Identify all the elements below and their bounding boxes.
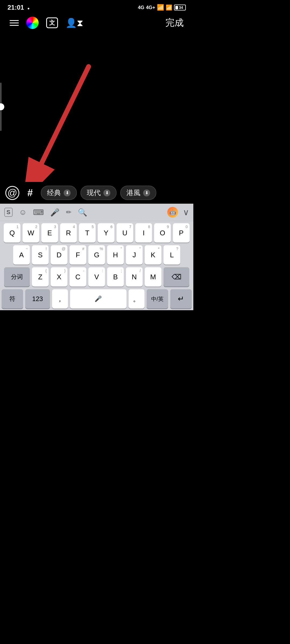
backspace-button[interactable]: ⌫ (164, 267, 189, 287)
key-period[interactable]: 。 (129, 289, 144, 309)
lang-switch-button[interactable]: 中/英 (147, 289, 168, 309)
key-k[interactable]: *K (145, 245, 161, 265)
key-h[interactable]: "H (107, 245, 124, 265)
tag-pill-modern[interactable]: 现代 ⬇ (81, 186, 117, 200)
keyboard-area: S ☺ ⌨ 🎤 ✏ 🔍 🤖 ∨ 1Q 2W 3E 4R 5T 6Y 7U 8I … (0, 204, 193, 310)
toolbar-left-icons: 文 👤️⧗ (10, 17, 83, 29)
key-row-1: 1Q 2W 3E 4R 5T 6Y 7U 8I 9O 0P (2, 223, 192, 243)
key-row-4: 符 123 ， 🎤 。 中/英 ↵ (2, 289, 192, 309)
dot-indicator: ● (27, 6, 30, 10)
keyboard-toolbar-icons: S ☺ ⌨ 🎤 ✏ 🔍 (4, 208, 87, 217)
menu-icon[interactable] (10, 20, 19, 26)
slider-thumb[interactable] (0, 103, 4, 110)
tag-label-classic: 经典 (47, 188, 61, 197)
battery-level: 34 (179, 5, 183, 10)
mic-icon[interactable]: 🎤 (50, 208, 60, 217)
tag-pill-classic[interactable]: 经典 ⬇ (41, 186, 77, 200)
keyboard-dismiss-icon[interactable]: ∨ (183, 207, 189, 217)
pen-icon[interactable]: ✏ (66, 208, 71, 216)
key-i[interactable]: 8I (135, 223, 152, 243)
text-style-icon[interactable]: 文 (46, 17, 58, 28)
emoji-icon[interactable]: ☺ (19, 208, 27, 217)
wifi-icon2: 📶 (166, 4, 172, 11)
space-key[interactable]: 🎤 (70, 289, 126, 309)
svg-line-0 (42, 67, 89, 163)
key-g[interactable]: %G (88, 245, 105, 265)
download-gangfeng-icon[interactable]: ⬇ (143, 189, 150, 196)
key-x[interactable]: )X (51, 267, 67, 287)
time-display: 21:01 (8, 4, 24, 11)
sogou-icon[interactable]: S (4, 208, 13, 217)
key-c[interactable]: -C (70, 267, 86, 287)
key-comma[interactable]: ， (52, 289, 68, 309)
key-f[interactable]: #F (70, 245, 86, 265)
key-b[interactable]: ;B (107, 267, 124, 287)
key-rows: 1Q 2W 3E 4R 5T 6Y 7U 8I 9O 0P ~A !S @D #… (0, 221, 193, 310)
key-m[interactable]: M (145, 267, 161, 287)
key-w[interactable]: 2W (23, 223, 39, 243)
tag-pill-gangfeng[interactable]: 港風 ⬇ (120, 186, 156, 200)
key-row-3: 分词 (Z )X -C :V ;B /N M ⌫ (2, 267, 192, 287)
voice-icon[interactable]: 👤️⧗ (66, 17, 83, 28)
key-o[interactable]: 9O (154, 223, 171, 243)
wifi-icon: 📶 (157, 4, 164, 11)
hash-button[interactable]: # (23, 186, 37, 200)
size-slider[interactable] (0, 83, 2, 131)
sticker-avatar[interactable]: 🤖 (167, 207, 178, 218)
key-p[interactable]: 0P (173, 223, 190, 243)
status-bar: 21:01 ● 4G 4G+ 📶 📶 34 (0, 0, 193, 14)
key-t[interactable]: 5T (79, 223, 96, 243)
color-wheel-icon[interactable] (26, 17, 39, 29)
tag-bar: @ # 经典 ⬇ 现代 ⬇ 港風 ⬇ (0, 182, 193, 204)
annotation-arrow (0, 32, 193, 182)
key-z[interactable]: (Z (32, 267, 49, 287)
key-n[interactable]: /N (126, 267, 143, 287)
key-q[interactable]: 1Q (4, 223, 20, 243)
status-time: 21:01 ● (8, 4, 30, 11)
tag-label-gangfeng: 港風 (126, 188, 140, 197)
return-button[interactable]: ↵ (170, 289, 192, 309)
signal-4g-icon: 4G (138, 5, 144, 10)
done-button[interactable]: 完成 (165, 17, 184, 29)
keyboard-switch-icon[interactable]: ⌨ (33, 208, 44, 217)
status-icons: 4G 4G+ 📶 📶 34 (138, 4, 186, 11)
key-l[interactable]: ?L (164, 245, 180, 265)
battery-fill (175, 6, 178, 9)
key-row-2: ~A !S @D #F %G "H "J *K ?L (2, 245, 192, 265)
key-j[interactable]: "J (126, 245, 143, 265)
keyboard-toolbar: S ☺ ⌨ 🎤 ✏ 🔍 🤖 ∨ (0, 204, 193, 221)
search-icon[interactable]: 🔍 (78, 208, 87, 217)
key-u[interactable]: 7U (117, 223, 133, 243)
fenci-button[interactable]: 分词 (4, 267, 30, 287)
download-modern-icon[interactable]: ⬇ (103, 189, 110, 196)
at-button[interactable]: @ (5, 186, 19, 200)
key-a[interactable]: ~A (13, 245, 30, 265)
key-s[interactable]: !S (32, 245, 49, 265)
slider-track (0, 83, 2, 131)
canvas-area (0, 32, 193, 182)
num-switch-button[interactable]: 123 (25, 289, 50, 309)
battery-indicator: 34 (174, 5, 186, 10)
tag-label-modern: 现代 (87, 188, 101, 197)
key-d[interactable]: @D (51, 245, 67, 265)
key-e[interactable]: 3E (41, 223, 58, 243)
key-r[interactable]: 4R (60, 223, 77, 243)
editor-toolbar: 文 👤️⧗ 完成 (0, 14, 193, 32)
download-classic-icon[interactable]: ⬇ (64, 189, 71, 196)
key-v[interactable]: :V (88, 267, 105, 287)
key-y[interactable]: 6Y (98, 223, 114, 243)
fu-button[interactable]: 符 (2, 289, 23, 309)
signal-4g-plus-icon: 4G+ (146, 5, 155, 10)
